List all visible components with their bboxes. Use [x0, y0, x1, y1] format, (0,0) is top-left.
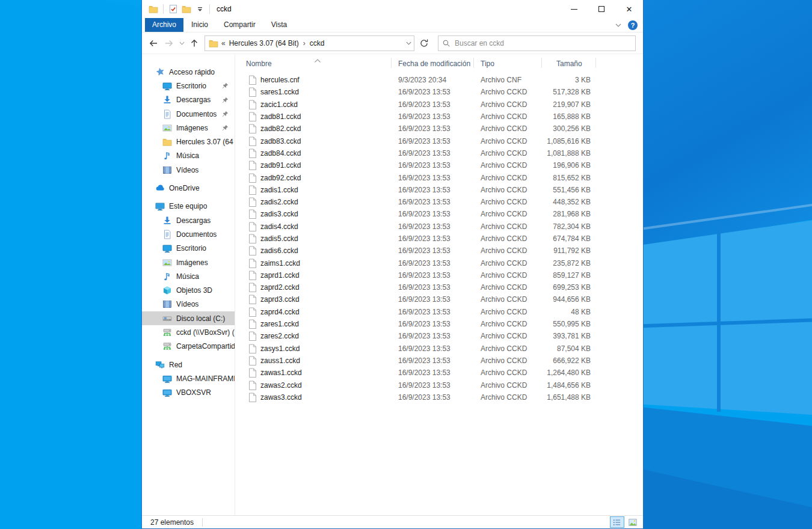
- up-button[interactable]: [186, 35, 202, 51]
- file-name-cell[interactable]: zadis6.cckd: [235, 246, 392, 255]
- column-header-nombre[interactable]: Nombre: [235, 54, 392, 70]
- tab-compartir[interactable]: Compartir: [216, 18, 263, 32]
- file-name-cell[interactable]: zadb81.cckd: [235, 112, 392, 121]
- refresh-button[interactable]: [416, 35, 432, 51]
- table-row[interactable]: zadis1.cckd16/9/2023 13:53Archivo CCKD55…: [235, 184, 643, 196]
- tab-archivo[interactable]: Archivo: [145, 18, 183, 32]
- sidebar-item-musica[interactable]: Música: [142, 149, 235, 163]
- table-row[interactable]: hercules.cnf9/3/2023 20:34Archivo CNF3 K…: [235, 74, 643, 86]
- breadcrumb-collapse[interactable]: «: [221, 39, 227, 47]
- help-button[interactable]: ?: [628, 20, 638, 30]
- table-row[interactable]: zauss1.cckd16/9/2023 13:53Archivo CCKD66…: [235, 355, 643, 367]
- file-name-cell[interactable]: zadb82.cckd: [235, 124, 392, 133]
- back-button[interactable]: [146, 35, 161, 51]
- recent-locations-button[interactable]: [177, 35, 186, 51]
- sidebar-item-mag-mainframe[interactable]: MAG-MAINFRAME: [142, 372, 235, 385]
- file-name-cell[interactable]: zaprd1.cckd: [235, 271, 392, 280]
- address-dropdown-icon[interactable]: [406, 41, 411, 45]
- sidebar-item-este-equipo[interactable]: Este equipo: [142, 200, 235, 213]
- sidebar-item-onedrive[interactable]: OneDrive: [142, 181, 235, 195]
- file-name-cell[interactable]: zaprd2.cckd: [235, 283, 392, 292]
- file-name-cell[interactable]: zadis4.cckd: [235, 222, 392, 231]
- file-name-cell[interactable]: zadb84.cckd: [235, 148, 392, 158]
- table-row[interactable]: zadis4.cckd16/9/2023 13:53Archivo CCKD78…: [235, 221, 643, 233]
- sidebar-item-red[interactable]: Red: [142, 358, 235, 372]
- table-row[interactable]: zadb83.cckd16/9/2023 13:53Archivo CCKD1,…: [235, 135, 643, 147]
- file-name-cell[interactable]: zawas1.cckd: [235, 368, 392, 378]
- table-row[interactable]: zares2.cckd16/9/2023 13:53Archivo CCKD39…: [235, 330, 643, 342]
- properties-icon[interactable]: [167, 2, 180, 16]
- tab-vista[interactable]: Vista: [263, 18, 295, 32]
- file-name-cell[interactable]: zadb91.cckd: [235, 161, 392, 170]
- close-button[interactable]: ✕: [615, 0, 643, 18]
- new-folder-icon[interactable]: [180, 2, 193, 16]
- column-header-tamano[interactable]: Tamaño: [542, 54, 596, 70]
- sidebar-item-documentos[interactable]: Documentos: [142, 107, 235, 121]
- breadcrumb-current[interactable]: cckd: [307, 39, 327, 47]
- table-row[interactable]: zadb92.cckd16/9/2023 13:53Archivo CCKD81…: [235, 171, 643, 183]
- minimize-button[interactable]: [560, 0, 588, 18]
- file-name-cell[interactable]: zadis3.cckd: [235, 209, 392, 219]
- address-bar[interactable]: « Hercules 3.07 (64 Bit) › cckd: [205, 35, 414, 51]
- tab-inicio[interactable]: Inicio: [183, 18, 216, 32]
- file-name-cell[interactable]: hercules.cnf: [235, 75, 392, 85]
- sidebar-item-documentos[interactable]: Documentos: [142, 227, 235, 241]
- file-name-cell[interactable]: zadis2.cckd: [235, 197, 392, 207]
- table-row[interactable]: zadis6.cckd16/9/2023 13:53Archivo CCKD91…: [235, 245, 643, 257]
- maximize-button[interactable]: [588, 0, 615, 18]
- table-row[interactable]: zaprd1.cckd16/9/2023 13:53Archivo CCKD85…: [235, 269, 643, 281]
- sidebar-item-acceso-rapido[interactable]: Acceso rápido: [142, 65, 235, 79]
- breadcrumb-folder[interactable]: Hercules 3.07 (64 Bit): [227, 39, 301, 47]
- sidebar-item-videos[interactable]: Vídeos: [142, 298, 235, 311]
- sidebar-item-escritorio[interactable]: Escritorio: [142, 242, 235, 255]
- table-row[interactable]: zadb81.cckd16/9/2023 13:53Archivo CCKD16…: [235, 111, 643, 123]
- file-name-cell[interactable]: zauss1.cckd: [235, 356, 392, 365]
- table-row[interactable]: sares1.cckd16/9/2023 13:53Archivo CCKD51…: [235, 86, 643, 98]
- qat-dropdown-icon[interactable]: [193, 2, 206, 16]
- file-name-cell[interactable]: zaims1.cckd: [235, 258, 392, 268]
- sidebar-item-escritorio[interactable]: Escritorio: [142, 79, 235, 93]
- file-name-cell[interactable]: zaprd3.cckd: [235, 295, 392, 304]
- sidebar-item-objetos-3d[interactable]: Objetos 3D: [142, 283, 235, 297]
- file-name-cell[interactable]: zadb83.cckd: [235, 136, 392, 146]
- file-name-cell[interactable]: zaprd4.cckd: [235, 307, 392, 317]
- sidebar-item-imagenes[interactable]: Imágenes: [142, 255, 235, 269]
- file-name-cell[interactable]: zacic1.cckd: [235, 100, 392, 109]
- sidebar-item-musica[interactable]: Música: [142, 269, 235, 283]
- file-name-cell[interactable]: zadb92.cckd: [235, 173, 392, 183]
- table-row[interactable]: zaims1.cckd16/9/2023 13:53Archivo CCKD23…: [235, 257, 643, 269]
- sidebar-item-cckd-vboxsvr-y[interactable]: cckd (\\VBoxSvr) (Y: [142, 325, 235, 339]
- thumbnails-view-button[interactable]: [626, 516, 640, 528]
- column-header-tipo[interactable]: Tipo: [474, 54, 542, 70]
- sidebar-item-hercules-3-07-64-bi[interactable]: Hercules 3.07 (64 Bi: [142, 135, 235, 148]
- file-name-cell[interactable]: zadis1.cckd: [235, 185, 392, 195]
- file-name-cell[interactable]: sares1.cckd: [235, 87, 392, 97]
- details-view-button[interactable]: [610, 516, 624, 528]
- table-row[interactable]: zadb84.cckd16/9/2023 13:53Archivo CCKD1,…: [235, 147, 643, 159]
- sidebar-item-descargas[interactable]: Descargas: [142, 213, 235, 227]
- table-row[interactable]: zares1.cckd16/9/2023 13:53Archivo CCKD55…: [235, 318, 643, 330]
- forward-button[interactable]: [161, 35, 177, 51]
- ribbon-collapse-icon[interactable]: [615, 23, 621, 27]
- table-row[interactable]: zaprd4.cckd16/9/2023 13:53Archivo CCKD48…: [235, 306, 643, 318]
- sidebar-item-carpetacompartida[interactable]: CarpetaCompartida: [142, 340, 235, 353]
- table-row[interactable]: zasys1.cckd16/9/2023 13:53Archivo CCKD87…: [235, 343, 643, 355]
- table-row[interactable]: zadb91.cckd16/9/2023 13:53Archivo CCKD19…: [235, 159, 643, 171]
- table-row[interactable]: zawas3.cckd16/9/2023 13:53Archivo CCKD1,…: [235, 391, 643, 403]
- file-name-cell[interactable]: zares1.cckd: [235, 319, 392, 329]
- sidebar-item-imagenes[interactable]: Imágenes: [142, 121, 235, 135]
- table-row[interactable]: zacic1.cckd16/9/2023 13:53Archivo CCKD21…: [235, 99, 643, 111]
- sidebar-item-disco-local-c[interactable]: Disco local (C:): [142, 311, 235, 325]
- file-name-cell[interactable]: zadis5.cckd: [235, 234, 392, 243]
- table-row[interactable]: zaprd3.cckd16/9/2023 13:53Archivo CCKD94…: [235, 293, 643, 305]
- column-header-fecha[interactable]: Fecha de modificación: [392, 54, 474, 70]
- table-row[interactable]: zawas1.cckd16/9/2023 13:53Archivo CCKD1,…: [235, 367, 643, 379]
- file-name-cell[interactable]: zawas2.cckd: [235, 381, 392, 390]
- sidebar-item-vboxsvr[interactable]: VBOXSVR: [142, 386, 235, 400]
- search-input[interactable]: [455, 39, 632, 47]
- sidebar-item-videos[interactable]: Vídeos: [142, 163, 235, 177]
- table-row[interactable]: zadis3.cckd16/9/2023 13:53Archivo CCKD28…: [235, 208, 643, 220]
- file-name-cell[interactable]: zasys1.cckd: [235, 344, 392, 353]
- sidebar-item-descargas[interactable]: Descargas: [142, 93, 235, 107]
- table-row[interactable]: zaprd2.cckd16/9/2023 13:53Archivo CCKD69…: [235, 281, 643, 293]
